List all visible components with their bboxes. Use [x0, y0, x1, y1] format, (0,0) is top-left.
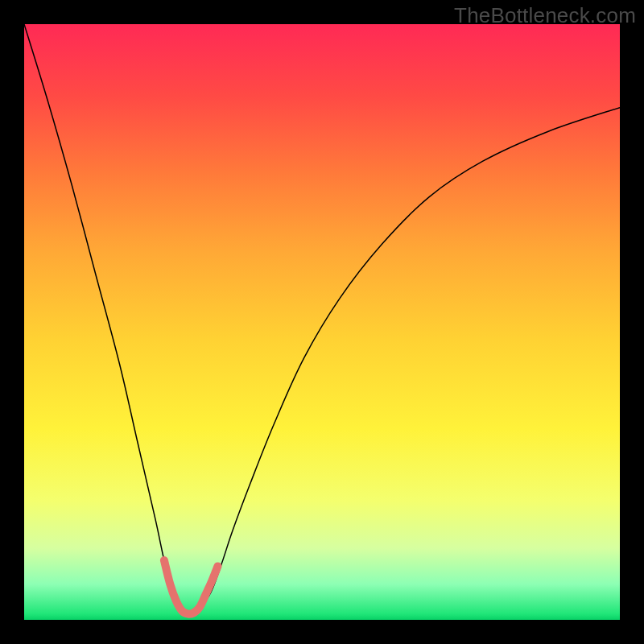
highlight-segment-path [164, 560, 218, 614]
chart-container: TheBottleneck.com [0, 0, 644, 644]
watermark-text: TheBottleneck.com [454, 3, 636, 28]
plot-area [24, 24, 620, 620]
curve-layer [24, 24, 620, 620]
bottleneck-curve-path [24, 24, 620, 616]
